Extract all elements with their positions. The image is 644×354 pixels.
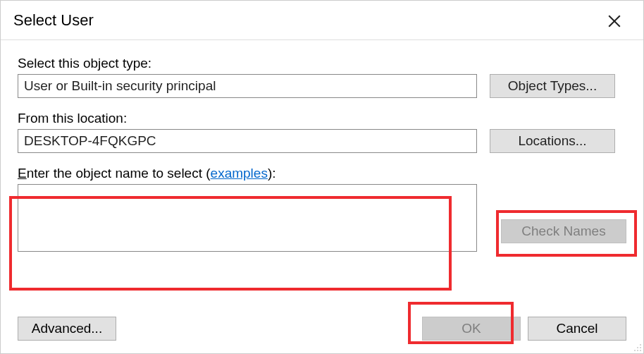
cancel-button[interactable]: Cancel xyxy=(528,317,626,341)
object-type-value: User or Built-in security principal xyxy=(24,78,216,94)
svg-point-1 xyxy=(637,347,638,348)
advanced-button[interactable]: Advanced... xyxy=(18,317,116,341)
examples-link[interactable]: examples xyxy=(211,166,268,181)
location-section: From this location: DESKTOP-4FQKGPC Loca… xyxy=(18,111,626,153)
svg-point-5 xyxy=(640,350,641,351)
svg-point-3 xyxy=(634,350,636,351)
resize-grip-icon xyxy=(632,342,642,352)
object-name-label: Enter the object name to select (example… xyxy=(18,166,626,181)
svg-point-2 xyxy=(640,347,641,348)
object-types-button[interactable]: Object Types... xyxy=(490,74,615,98)
object-name-input[interactable] xyxy=(18,184,477,252)
object-type-field: User or Built-in security principal xyxy=(18,74,477,98)
dialog-footer: Advanced... OK Cancel xyxy=(18,317,626,341)
close-icon xyxy=(608,14,621,27)
dialog-title: Select User xyxy=(13,11,94,30)
svg-point-0 xyxy=(640,344,641,346)
location-value: DESKTOP-4FQKGPC xyxy=(24,133,156,149)
object-type-label: Select this object type: xyxy=(18,56,626,71)
object-name-label-pre: nter the object name to select ( xyxy=(27,166,211,181)
location-field: DESKTOP-4FQKGPC xyxy=(18,129,477,153)
check-names-button[interactable]: Check Names xyxy=(501,219,626,243)
close-button[interactable] xyxy=(598,6,631,35)
ok-button[interactable]: OK xyxy=(422,317,521,341)
titlebar: Select User xyxy=(1,1,643,40)
object-type-section: Select this object type: User or Built-i… xyxy=(18,56,626,98)
location-label: From this location: xyxy=(18,111,626,126)
object-name-label-post: ): xyxy=(268,166,276,181)
locations-button[interactable]: Locations... xyxy=(490,129,615,153)
svg-point-4 xyxy=(637,350,638,351)
